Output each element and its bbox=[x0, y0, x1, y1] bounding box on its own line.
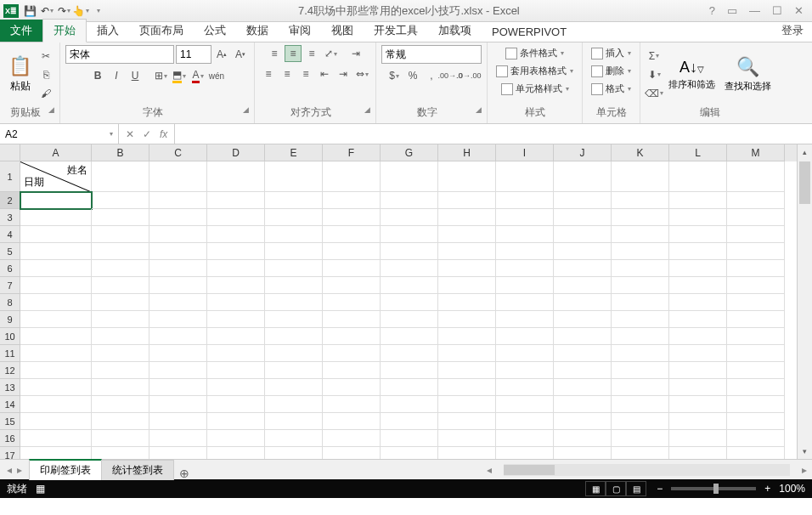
cell-I17[interactable] bbox=[496, 447, 554, 459]
cell-K17[interactable] bbox=[612, 447, 669, 459]
hscroll-thumb[interactable] bbox=[504, 465, 555, 475]
cell-C10[interactable] bbox=[149, 328, 207, 345]
row-header-14[interactable]: 14 bbox=[0, 396, 20, 413]
cell-B13[interactable] bbox=[92, 379, 149, 396]
page-break-button[interactable]: ▤ bbox=[626, 481, 646, 496]
cell-M13[interactable] bbox=[727, 379, 785, 396]
cell-I1[interactable] bbox=[496, 161, 554, 192]
cell-I5[interactable] bbox=[496, 243, 554, 260]
cell-E14[interactable] bbox=[265, 396, 323, 413]
hscroll-right-icon[interactable]: ▸ bbox=[797, 464, 812, 476]
cell-A16[interactable] bbox=[20, 430, 92, 447]
cell-E9[interactable] bbox=[265, 311, 323, 328]
col-header-J[interactable]: J bbox=[554, 144, 612, 161]
row-header-9[interactable]: 9 bbox=[0, 311, 20, 328]
new-sheet-button[interactable]: ⊕ bbox=[173, 467, 195, 480]
horizontal-scrollbar[interactable] bbox=[504, 464, 790, 476]
cell-I7[interactable] bbox=[496, 277, 554, 294]
cell-F8[interactable] bbox=[323, 294, 381, 311]
cell-J8[interactable] bbox=[554, 294, 612, 311]
sheet-tab-print[interactable]: 印刷签到表 bbox=[29, 459, 102, 480]
fx-icon[interactable]: fx bbox=[160, 128, 167, 140]
formula-input[interactable] bbox=[175, 124, 812, 144]
cell-E5[interactable] bbox=[265, 243, 323, 260]
cell-K4[interactable] bbox=[612, 226, 669, 243]
cell-H6[interactable] bbox=[438, 260, 496, 277]
cell-J13[interactable] bbox=[554, 379, 612, 396]
cell-D11[interactable] bbox=[207, 345, 265, 362]
cell-L10[interactable] bbox=[669, 328, 727, 345]
tab-home[interactable]: 开始 bbox=[42, 19, 87, 42]
clear-button[interactable]: ⌫▾ bbox=[646, 85, 663, 102]
increase-indent-button[interactable]: ⇥ bbox=[335, 65, 352, 82]
cell-A17[interactable] bbox=[20, 447, 92, 459]
cell-A15[interactable] bbox=[20, 413, 92, 430]
cell-I9[interactable] bbox=[496, 311, 554, 328]
cell-A2[interactable] bbox=[20, 192, 92, 209]
cell-style-button[interactable]: 单元格样式▾ bbox=[498, 81, 572, 97]
align-top-button[interactable]: ≡ bbox=[266, 45, 283, 62]
cell-M2[interactable] bbox=[727, 192, 785, 209]
cell-K9[interactable] bbox=[612, 311, 669, 328]
cell-B1[interactable] bbox=[92, 161, 149, 192]
cell-C8[interactable] bbox=[149, 294, 207, 311]
cell-H17[interactable] bbox=[438, 447, 496, 459]
cell-B8[interactable] bbox=[92, 294, 149, 311]
cell-D8[interactable] bbox=[207, 294, 265, 311]
enter-fx-icon[interactable]: ✓ bbox=[143, 128, 151, 140]
cell-G11[interactable] bbox=[381, 345, 438, 362]
cell-D2[interactable] bbox=[207, 192, 265, 209]
cell-A3[interactable] bbox=[20, 209, 92, 226]
cell-L16[interactable] bbox=[669, 430, 727, 447]
tab-addins[interactable]: 加载项 bbox=[428, 20, 482, 42]
cell-B10[interactable] bbox=[92, 328, 149, 345]
cell-M6[interactable] bbox=[727, 260, 785, 277]
cell-C15[interactable] bbox=[149, 413, 207, 430]
touch-mode-icon[interactable]: 👆▾ bbox=[73, 3, 88, 19]
tab-review[interactable]: 审阅 bbox=[279, 20, 321, 42]
cell-G8[interactable] bbox=[381, 294, 438, 311]
name-box-dropdown-icon[interactable]: ▾ bbox=[110, 130, 113, 138]
cell-F4[interactable] bbox=[323, 226, 381, 243]
tab-layout[interactable]: 页面布局 bbox=[129, 20, 194, 42]
cell-G1[interactable] bbox=[381, 161, 438, 192]
cell-D5[interactable] bbox=[207, 243, 265, 260]
tab-dev[interactable]: 开发工具 bbox=[364, 20, 428, 42]
cell-B7[interactable] bbox=[92, 277, 149, 294]
cell-H4[interactable] bbox=[438, 226, 496, 243]
cell-K8[interactable] bbox=[612, 294, 669, 311]
cell-F10[interactable] bbox=[323, 328, 381, 345]
cell-I13[interactable] bbox=[496, 379, 554, 396]
cell-D9[interactable] bbox=[207, 311, 265, 328]
cell-G15[interactable] bbox=[381, 413, 438, 430]
decrease-font-button[interactable]: A▾ bbox=[232, 46, 249, 63]
format-painter-button[interactable]: 🖌 bbox=[37, 85, 54, 102]
cell-D10[interactable] bbox=[207, 328, 265, 345]
cell-G10[interactable] bbox=[381, 328, 438, 345]
cell-I16[interactable] bbox=[496, 430, 554, 447]
cell-M12[interactable] bbox=[727, 362, 785, 379]
vertical-scrollbar[interactable]: ▴ ▾ bbox=[797, 144, 812, 459]
cell-K5[interactable] bbox=[612, 243, 669, 260]
cell-C5[interactable] bbox=[149, 243, 207, 260]
row-header-12[interactable]: 12 bbox=[0, 362, 20, 379]
cell-L17[interactable] bbox=[669, 447, 727, 459]
undo-icon[interactable]: ↶▾ bbox=[39, 3, 54, 19]
cell-B3[interactable] bbox=[92, 209, 149, 226]
col-header-G[interactable]: G bbox=[381, 144, 438, 161]
cell-K15[interactable] bbox=[612, 413, 669, 430]
cell-D15[interactable] bbox=[207, 413, 265, 430]
cell-B15[interactable] bbox=[92, 413, 149, 430]
cell-E1[interactable] bbox=[265, 161, 323, 192]
cell-K16[interactable] bbox=[612, 430, 669, 447]
cell-D16[interactable] bbox=[207, 430, 265, 447]
cell-I3[interactable] bbox=[496, 209, 554, 226]
cell-G12[interactable] bbox=[381, 362, 438, 379]
cell-L8[interactable] bbox=[669, 294, 727, 311]
cell-J12[interactable] bbox=[554, 362, 612, 379]
decrease-decimal-button[interactable]: .0→.00 bbox=[460, 67, 477, 84]
page-layout-button[interactable]: ▢ bbox=[606, 481, 626, 496]
cell-D6[interactable] bbox=[207, 260, 265, 277]
cell-H14[interactable] bbox=[438, 396, 496, 413]
login-link[interactable]: 登录 bbox=[773, 20, 812, 42]
